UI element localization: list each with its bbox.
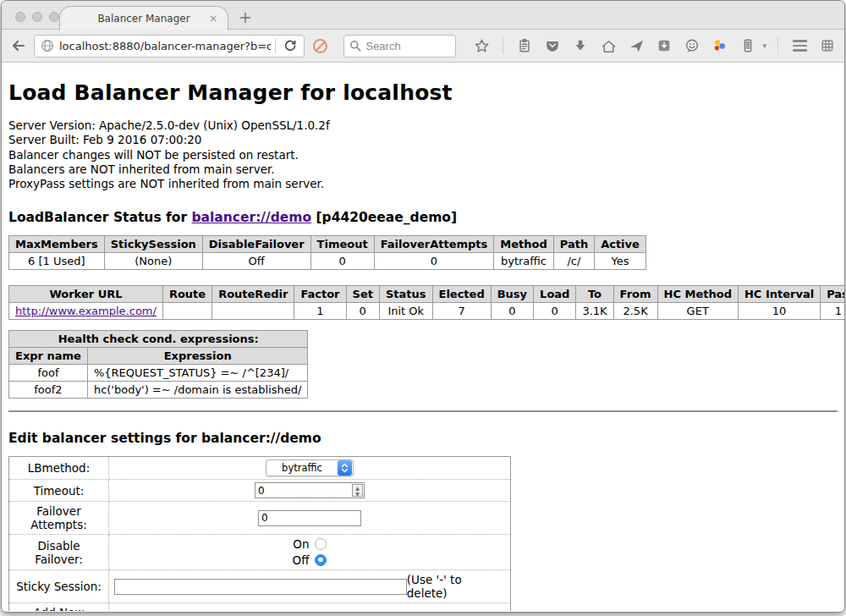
cell-expression: hc('body') =~ /domain is established/ (87, 382, 308, 399)
close-window-button[interactable] (15, 12, 25, 22)
multi-account-dots-icon[interactable] (710, 36, 730, 56)
menu-hamburger-icon[interactable] (789, 36, 810, 56)
sticky-session-note: (Use '-' to delete) (407, 573, 505, 600)
failover-on-radio[interactable] (315, 538, 327, 550)
proxypass-note-line: ProxyPass settings are NOT inherited fro… (8, 177, 838, 191)
reading-list-icon[interactable] (514, 36, 535, 56)
lbmethod-selected-value: bytraffic (266, 462, 338, 474)
col-disablefailover: DisableFailover (202, 236, 310, 253)
sticky-session-input[interactable] (114, 579, 407, 595)
cell-maxmembers: 6 [1 Used] (9, 253, 105, 270)
col-factor: Factor (294, 286, 346, 303)
timeout-input[interactable] (255, 482, 365, 498)
col-busy: Busy (491, 286, 533, 303)
disable-failover-label: Disable Failover: (9, 535, 109, 570)
sticky-session-row: Sticky Session: (Use '-' to delete) (9, 570, 511, 603)
edit-settings-heading: Edit balancer settings for balancer://de… (8, 431, 838, 446)
col-routeredir: RouteRedir (212, 286, 294, 303)
toolbar-divider (503, 37, 503, 54)
cell-hc-interval: 10 (738, 303, 820, 320)
chevron-down-icon[interactable]: ▾ (762, 41, 766, 50)
site-identity-globe-icon[interactable] (40, 36, 55, 56)
minimize-window-button[interactable] (32, 12, 42, 22)
col-active: Active (595, 236, 646, 253)
lbmethod-select[interactable]: bytraffic (266, 459, 354, 476)
urlbar-divider (275, 38, 276, 53)
balancer-demo-link[interactable]: balancer://demo (191, 210, 311, 225)
page-content: Load Balancer Manager for localhost Serv… (2, 63, 844, 611)
col-timeout: Timeout (310, 236, 374, 253)
select-stepper-icon (338, 460, 352, 476)
lbmethod-row: LBmethod: bytraffic (9, 457, 511, 480)
downloads-icon[interactable] (570, 36, 591, 56)
cell-passes: 1 (0) (821, 303, 844, 320)
notes-extension-icon[interactable] (738, 36, 758, 56)
number-stepper-icon[interactable]: ▲▼ (352, 484, 363, 497)
send-tab-icon[interactable] (626, 36, 646, 56)
section-divider (8, 410, 838, 412)
cell-status: Init Ok (379, 303, 432, 320)
zoom-window-button[interactable] (49, 12, 59, 22)
add-worker-label: Add New Worker: (9, 603, 109, 611)
reload-icon[interactable] (280, 36, 300, 56)
search-input[interactable] (365, 40, 450, 52)
worker-url-link[interactable]: http://www.example.com/ (15, 305, 157, 317)
inherit-note-line: Balancers are NOT inherited from main se… (8, 162, 838, 177)
worker-row: http://www.example.com/ 1 0 Init Ok 7 0 … (9, 303, 845, 320)
cell-path: /c/ (553, 253, 594, 270)
status-heading-prefix: LoadBalancer Status for (8, 210, 191, 225)
failover-attempts-label: Failover Attempts: (9, 502, 109, 535)
col-expr-name: Expr name (9, 348, 88, 365)
cell-stickysession: (None) (104, 253, 202, 270)
plugin-blocked-icon[interactable] (310, 36, 330, 56)
col-passes: Passes (821, 286, 844, 303)
balancer-status-table: MaxMembers StickySession DisableFailover… (8, 235, 646, 270)
col-from: From (613, 286, 657, 303)
url-text[interactable]: localhost:8880/balancer-manager?b=demo&n… (59, 40, 271, 52)
col-hc-method: HC Method (657, 286, 738, 303)
server-built-line: Server Built: Feb 9 2016 07:00:20 (8, 133, 838, 147)
cell-expression: %{REQUEST_STATUS} =~ /^[234]/ (87, 365, 308, 382)
cell-elected: 7 (432, 303, 491, 320)
table-header-row: MaxMembers StickySession DisableFailover… (9, 236, 646, 253)
failover-attempts-input[interactable] (258, 510, 361, 526)
url-bar[interactable]: localhost:8880/balancer-manager?b=demo&n… (34, 35, 305, 58)
screenshot-grid-icon[interactable] (817, 36, 838, 56)
cell-timeout: 0 (310, 253, 374, 270)
tab-balancer-manager[interactable]: Balancer Manager × (59, 6, 228, 30)
cell-route (162, 303, 212, 320)
loadbalancer-status-heading: LoadBalancer Status for balancer://demo … (8, 210, 838, 225)
tab-close-icon[interactable]: × (209, 13, 217, 25)
home-icon[interactable] (598, 36, 618, 56)
cell-expr-name: foof2 (9, 382, 88, 399)
workers-table: Worker URL Route RouteRedir Factor Set S… (8, 285, 844, 320)
disable-failover-row: Disable Failover: On Off (9, 535, 511, 570)
table-header-row: Expr name Expression (9, 348, 308, 365)
bookmark-star-icon[interactable] (471, 36, 492, 56)
search-bar[interactable] (343, 35, 456, 58)
back-button[interactable] (8, 36, 29, 56)
col-worker-url: Worker URL (9, 286, 163, 303)
feedback-smiley-icon[interactable] (682, 36, 702, 56)
add-worker-row: Add New Worker: Are you sure? (9, 603, 511, 611)
health-row: foof %{REQUEST_STATUS} =~ /^[234]/ (9, 365, 308, 382)
cell-hc-method: GET (657, 303, 738, 320)
cell-factor: 1 (294, 303, 346, 320)
cell-to: 3.1K (576, 303, 613, 320)
page-title: Load Balancer Manager for localhost (8, 80, 838, 105)
failover-off-radio[interactable] (315, 554, 327, 566)
save-page-extension-icon[interactable] (654, 36, 674, 56)
window-controls[interactable] (15, 12, 59, 22)
persist-note-line: Balancer changes will NOT be persisted o… (8, 148, 838, 162)
tab-bar: Balancer Manager × + (2, 1, 844, 30)
health-table-title: Health check cond. expressions: (9, 331, 308, 348)
col-stickysession: StickySession (104, 236, 202, 253)
pocket-icon[interactable] (542, 36, 563, 56)
health-row: foof2 hc('body') =~ /domain is establish… (9, 382, 308, 399)
status-heading-suffix: [p4420eeae_demo] (311, 210, 457, 225)
new-tab-button[interactable]: + (239, 8, 252, 26)
radio-off-label: Off (293, 553, 310, 567)
cell-method: bytraffic (494, 253, 553, 270)
col-load: Load (534, 286, 576, 303)
radio-on-label: On (293, 537, 309, 551)
